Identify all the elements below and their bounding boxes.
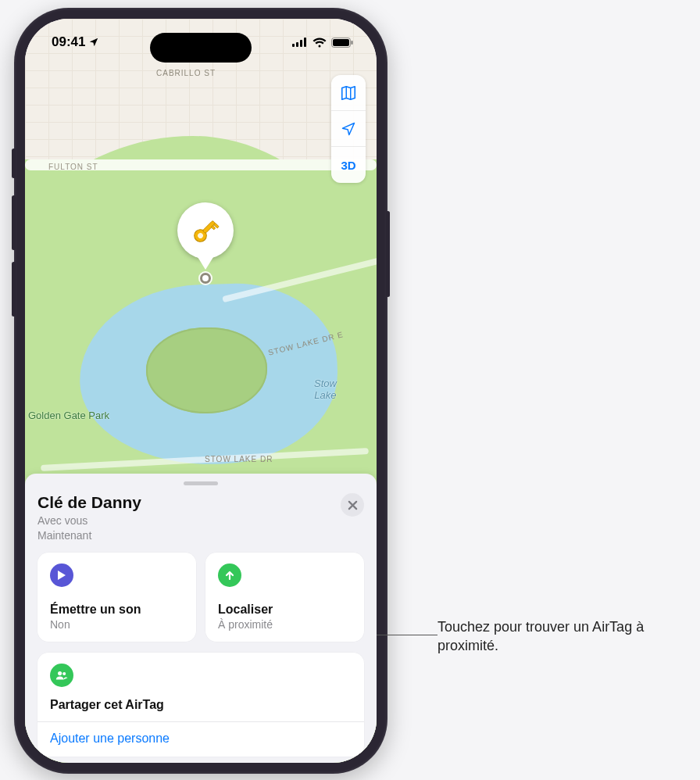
- battery-icon: [331, 38, 353, 48]
- lake-island: [146, 327, 267, 413]
- svg-point-13: [62, 672, 66, 675]
- street-label-cabrillo: CABRILLO ST: [156, 69, 216, 77]
- status-time: 09:41: [52, 34, 85, 50]
- svg-rect-0: [292, 44, 295, 47]
- silence-switch: [12, 148, 16, 178]
- screen: 09:41 CABRILLO ST: [25, 19, 377, 763]
- share-airtag-title: Partager cet AirTag: [50, 698, 352, 712]
- sheet-grabber[interactable]: [184, 481, 218, 485]
- cellular-icon: [292, 38, 308, 47]
- close-icon: [348, 500, 358, 510]
- item-status-with-you: Avec vous: [38, 514, 88, 527]
- map-icon: [340, 84, 357, 102]
- iphone-frame: 09:41 CABRILLO ST: [14, 8, 388, 774]
- add-person-link[interactable]: Ajouter une personne: [50, 732, 352, 746]
- callout-text: Touchez pour trouver un AirTag à proximi…: [438, 617, 680, 656]
- find-icon-wrap: [218, 564, 241, 587]
- share-airtag-card[interactable]: Partager cet AirTag Ajouter une personne: [38, 653, 364, 757]
- item-detail-sheet[interactable]: Clé de Danny Avec vous Maintenant: [25, 474, 377, 763]
- side-button: [386, 211, 390, 297]
- poi-label-golden-gate-park: Golden Gate Park: [28, 410, 109, 421]
- play-sound-card[interactable]: Émettre un son Non: [38, 553, 196, 642]
- item-status-time: Maintenant: [38, 529, 91, 542]
- svg-rect-1: [296, 42, 298, 47]
- key-icon: [188, 213, 223, 248]
- people-icon: [55, 670, 68, 681]
- volume-up-button: [12, 195, 16, 250]
- recenter-button[interactable]: [331, 111, 366, 147]
- arrow-up-icon: [224, 570, 235, 581]
- svg-rect-5: [333, 39, 349, 46]
- play-sound-title: Émettre un son: [50, 603, 184, 617]
- find-title: Localiser: [218, 603, 352, 617]
- svg-rect-2: [300, 40, 302, 47]
- wifi-icon: [312, 38, 327, 48]
- street-label-fulton: FULTON ST: [48, 163, 98, 171]
- play-sound-status: Non: [50, 618, 184, 631]
- street-label-stow-dr: STOW LAKE DR: [205, 455, 273, 463]
- location-arrow-icon: [341, 121, 356, 137]
- map-style-button[interactable]: [331, 75, 366, 111]
- item-title: Clé de Danny: [38, 493, 141, 512]
- play-icon: [56, 570, 67, 581]
- share-icon-wrap: [50, 664, 73, 687]
- svg-rect-6: [352, 41, 353, 45]
- user-location-dot: [200, 273, 211, 284]
- location-services-icon: [88, 37, 99, 48]
- item-pin[interactable]: [177, 202, 234, 259]
- map-3d-button[interactable]: 3D: [331, 147, 366, 183]
- svg-rect-3: [304, 38, 306, 47]
- poi-label-stow-lake: Stow Lake: [314, 378, 337, 402]
- close-button[interactable]: [341, 493, 364, 517]
- volume-down-button: [12, 262, 16, 317]
- map-controls: 3D: [331, 75, 366, 183]
- play-sound-icon: [50, 564, 73, 587]
- svg-point-12: [58, 671, 62, 675]
- dynamic-island: [150, 33, 252, 63]
- find-card[interactable]: Localiser À proximité: [205, 553, 364, 642]
- find-status: À proximité: [218, 618, 352, 631]
